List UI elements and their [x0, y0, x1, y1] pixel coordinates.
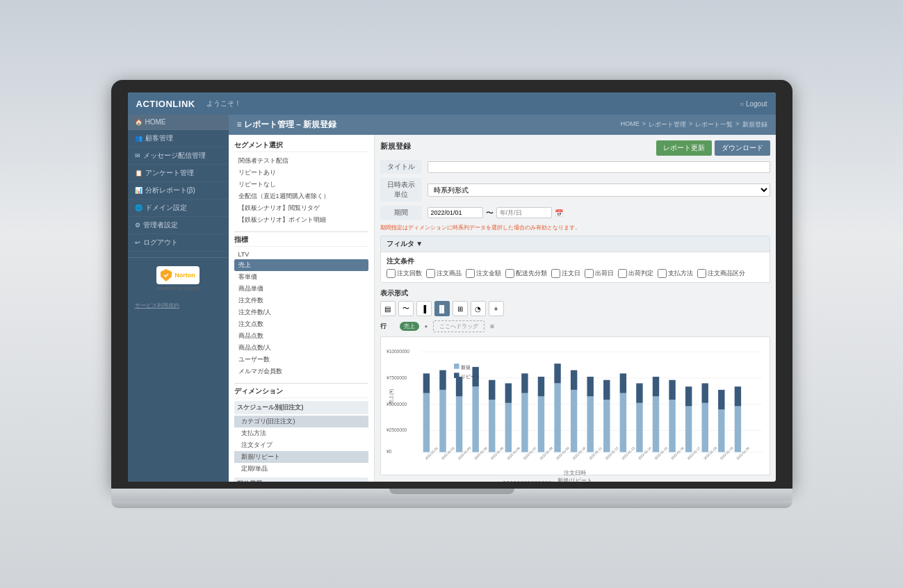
metric-product-qty[interactable]: 商品点数 — [234, 330, 368, 342]
checkbox-payment[interactable]: 支払方法 — [658, 269, 693, 278]
metric-users[interactable]: ユーザー数 — [234, 354, 368, 366]
report-icon: 📊 — [135, 187, 143, 194]
app-logo: ACTIONLINK — [136, 99, 195, 109]
svg-text:新規: 新規 — [461, 365, 471, 370]
breadcrumb-report-mgmt: レポート管理 — [649, 120, 686, 129]
svg-text:売上(¥): 売上(¥) — [389, 389, 394, 405]
svg-rect-25 — [537, 377, 544, 396]
segment-item-1[interactable]: リピートあり — [234, 167, 368, 179]
sidebar-item-home-label: HOME — [145, 118, 166, 126]
svg-rect-42 — [685, 406, 691, 452]
checkbox-ship-date[interactable]: 出荷日 — [585, 269, 614, 278]
chart-line-btn[interactable]: 〜 — [398, 301, 414, 316]
metric-order-count-per-person[interactable]: 注文件数/人 — [234, 307, 368, 318]
metric-order-count[interactable]: 注文件数 — [234, 295, 368, 307]
sidebar-item-admin[interactable]: ⚙ 管理者設定 — [128, 217, 229, 234]
date-unit-select[interactable]: 時系列形式 — [428, 183, 770, 197]
laptop-base — [111, 489, 792, 501]
checkbox-ship-decision[interactable]: 出荷判定 — [618, 269, 653, 278]
legend-label: 新規/リピート — [385, 477, 765, 482]
svg-rect-45 — [701, 383, 708, 402]
svg-rect-33 — [603, 380, 610, 400]
sidebar-item-survey[interactable]: 📋 アンケート管理 — [128, 165, 229, 182]
dim-sub-title-1: 配信履歴 — [234, 477, 368, 482]
norton-text: Norton — [174, 272, 195, 279]
sidebar-item-message[interactable]: ✉ メッセージ配信管理 — [128, 147, 229, 165]
dim-category[interactable]: カテゴリ(旧注注文) — [234, 416, 368, 427]
chart-stacked-btn[interactable]: ▐▌ — [434, 301, 450, 316]
sidebar-item-customer[interactable]: 👥 顧客管理 — [128, 130, 229, 147]
period-end-input[interactable] — [496, 207, 552, 218]
dim-payment[interactable]: 支払方法 — [234, 427, 368, 439]
svg-rect-20 — [505, 403, 511, 452]
sidebar-item-home[interactable]: 🏠 HOME — [128, 115, 229, 130]
checkbox-order-count[interactable]: 注文回数 — [387, 269, 422, 278]
period-start-input[interactable] — [428, 207, 483, 218]
metric-newsletter[interactable]: メルマガ会員数 — [234, 366, 368, 377]
dim-new-repeat[interactable]: 新規/リピート — [234, 451, 368, 463]
metric-product-qty-per-person[interactable]: 商品点数/人 — [234, 342, 368, 354]
metric-product-price[interactable]: 商品単価 — [234, 283, 368, 295]
chart-add-btn[interactable]: + — [489, 301, 504, 316]
segment-item-5[interactable]: 【鉄板シナリオ】ポイント明細 — [234, 214, 368, 226]
sidebar-item-domain-label: ドメイン設定 — [145, 203, 187, 213]
filter-toggle-btn[interactable]: フィルタ ▼ — [387, 240, 423, 247]
page-header: ≡ レポート管理 – 新規登録 HOME > レポート管理 > レポート一覧 >… — [229, 115, 776, 135]
logout-icon: ↩ — [135, 239, 140, 246]
service-terms-link[interactable]: サービス利用規約 — [128, 299, 229, 312]
checkbox-order-amount[interactable]: 注文金額 — [466, 269, 501, 278]
svg-rect-32 — [603, 400, 610, 452]
panel-divider-2 — [234, 383, 368, 384]
checkbox-order-category[interactable]: 注文商品区分 — [697, 269, 745, 278]
dim-subscription[interactable]: 定期/単品 — [234, 463, 368, 475]
svg-text:リピート: リピート — [461, 374, 480, 379]
chart-pie-btn[interactable]: ◔ — [471, 301, 486, 316]
checkbox-order-product[interactable]: 注文商品 — [426, 269, 462, 278]
svg-rect-36 — [636, 403, 642, 452]
svg-rect-28 — [570, 390, 576, 452]
row-tag-sales[interactable]: 売上 — [400, 322, 419, 331]
logout-button[interactable]: ○ Logout — [740, 100, 767, 108]
metric-sales[interactable]: 売上 — [234, 259, 368, 271]
bar-chart: ¥10000000 ¥7500000 ¥5000000 ¥2500000 ¥0 — [385, 341, 765, 471]
title-row: タイトル — [380, 160, 770, 174]
chart-bar-btn[interactable]: ▐ — [416, 301, 432, 316]
title-input[interactable] — [428, 161, 770, 173]
svg-rect-22 — [521, 393, 528, 452]
admin-icon: ⚙ — [135, 222, 140, 229]
segment-item-4[interactable]: 【鉄板シナリオ】閲覧リタゲ — [234, 202, 368, 214]
dim-sub-title-0: スケジュール別(旧注文) — [234, 401, 368, 414]
row-drag-area[interactable]: ここへドラッグ — [433, 320, 485, 332]
filter-checkboxes: 注文回数 注文商品 注文金額 配送先分類 注文日 出荷日 出荷判定 支払方法 — [387, 269, 764, 278]
svg-rect-34 — [619, 393, 626, 452]
metric-order-qty[interactable]: 注文点数 — [234, 318, 368, 330]
segment-item-3[interactable]: 全配信（直近1週間購入者除く） — [234, 190, 368, 202]
right-main: 新規登録 レポート更新 ダウンロード タイトル — [375, 135, 776, 482]
checkbox-order-date[interactable]: 注文日 — [551, 269, 580, 278]
metric-ltv[interactable]: LTV — [234, 250, 368, 259]
segment-section: セグメント選択 関係者テスト配信 リピートあり リピートなし 全配信（直近1週間… — [234, 140, 368, 226]
segment-item-0[interactable]: 関係者テスト配信 — [234, 155, 368, 167]
update-report-button[interactable]: レポート更新 — [656, 140, 712, 156]
segment-item-2[interactable]: リピートなし — [234, 179, 368, 190]
domain-icon: 🌐 — [135, 204, 143, 211]
metric-unit-price[interactable]: 客単価 — [234, 271, 368, 283]
dimensions-title: ディメンション — [234, 386, 368, 398]
sidebar-item-domain[interactable]: 🌐 ドメイン設定 — [128, 199, 229, 217]
chart-area-btn[interactable]: ▤ — [380, 301, 396, 316]
header-buttons: レポート更新 ダウンロード — [656, 140, 770, 156]
chart-menu-icon[interactable]: ≡ — [490, 322, 494, 330]
order-conditions-title: 注文条件 — [387, 256, 764, 266]
svg-rect-23 — [521, 373, 528, 393]
chart-type-icons: ▤ 〜 ▐ ▐▌ ⊞ ◔ + — [380, 301, 770, 316]
svg-rect-46 — [718, 409, 724, 452]
metrics-section: 指標 LTV 売上 客単価 商品単価 注文件数 注文件数/人 注文点数 商品点数 — [234, 235, 368, 377]
sidebar-item-logout[interactable]: ↩ ログアウト — [128, 234, 229, 252]
dim-order-type[interactable]: 注文タイプ — [234, 439, 368, 451]
checkbox-delivery[interactable]: 配送先分類 — [505, 269, 547, 278]
sidebar-item-report[interactable]: 📊 分析レポート(β) — [128, 182, 229, 199]
chart-table-btn[interactable]: ⊞ — [453, 301, 468, 316]
svg-rect-26 — [554, 383, 560, 452]
date-unit-row: 日時表示単位 時系列形式 — [380, 178, 770, 202]
download-button[interactable]: ダウンロード — [715, 140, 770, 156]
